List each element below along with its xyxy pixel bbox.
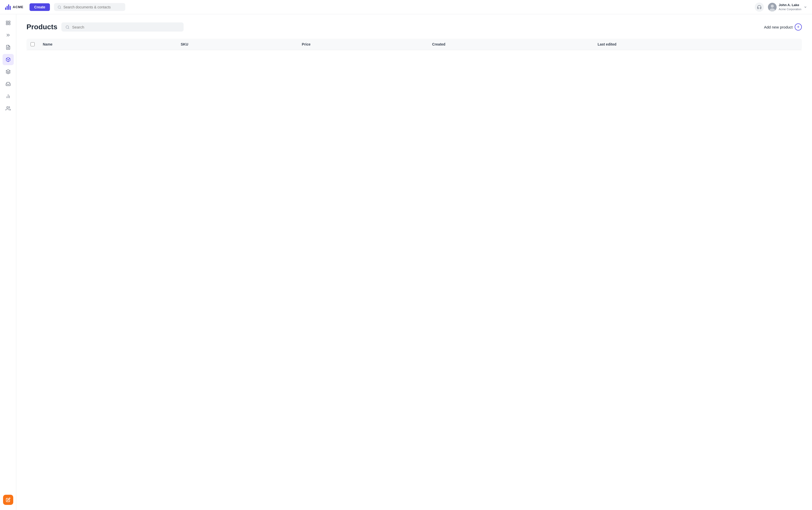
table-header: Name SKU Price Created Last edited xyxy=(27,39,802,50)
search-icon xyxy=(65,25,69,29)
sidebar-item-analytics[interactable] xyxy=(3,91,14,102)
svg-point-3 xyxy=(771,5,774,8)
svg-line-1 xyxy=(60,8,61,9)
sidebar-bottom xyxy=(3,493,13,507)
page-title: Products xyxy=(27,23,57,31)
products-table: Name SKU Price Created Last edited xyxy=(27,39,802,50)
svg-point-16 xyxy=(7,107,8,109)
sidebar-item-products[interactable] xyxy=(3,54,14,65)
search-icon xyxy=(58,5,61,9)
help-button[interactable] xyxy=(755,3,764,12)
global-search-bar[interactable] xyxy=(54,3,125,11)
col-name[interactable]: Name xyxy=(39,39,177,50)
svg-rect-6 xyxy=(8,21,10,23)
fab-button[interactable] xyxy=(3,495,13,505)
user-org: Acme Corporation xyxy=(779,7,801,11)
avatar xyxy=(768,3,777,11)
svg-rect-5 xyxy=(6,21,8,23)
select-all-checkbox[interactable] xyxy=(31,42,35,46)
sidebar-item-layers[interactable] xyxy=(3,66,14,78)
app-body: Products Add new product + xyxy=(0,14,812,510)
table-header-row: Name SKU Price Created Last edited xyxy=(27,39,802,50)
sidebar-item-contacts[interactable] xyxy=(3,103,14,114)
col-checkbox xyxy=(27,39,39,50)
col-created[interactable]: Created xyxy=(428,39,593,50)
main-content: Products Add new product + xyxy=(16,14,812,510)
chevron-down-icon xyxy=(804,5,807,9)
create-button[interactable]: Create xyxy=(30,3,50,11)
sidebar-item-navigation[interactable] xyxy=(3,30,14,41)
svg-rect-8 xyxy=(6,23,8,25)
svg-marker-12 xyxy=(6,70,10,72)
col-sku[interactable]: SKU xyxy=(177,39,298,50)
logo: ACME xyxy=(5,4,23,10)
logo-text: ACME xyxy=(13,5,23,9)
add-new-product-button[interactable]: Add new product + xyxy=(764,23,802,31)
col-price[interactable]: Price xyxy=(298,39,428,50)
col-last-edited[interactable]: Last edited xyxy=(593,39,802,50)
sidebar xyxy=(0,14,16,510)
user-menu[interactable]: John A. Lake Acme Corporation xyxy=(768,3,807,11)
svg-rect-7 xyxy=(8,23,10,25)
page-header: Products Add new product + xyxy=(27,22,802,32)
top-navigation: ACME Create John A. Lake Acme Corporatio… xyxy=(0,0,812,14)
user-name: John A. Lake xyxy=(779,3,801,7)
plus-icon: + xyxy=(795,23,802,31)
user-info: John A. Lake Acme Corporation xyxy=(779,3,801,11)
add-new-label: Add new product xyxy=(764,25,793,29)
global-search-input[interactable] xyxy=(63,5,114,9)
logo-icon xyxy=(5,4,11,10)
sidebar-item-documents[interactable] xyxy=(3,42,14,53)
svg-line-18 xyxy=(68,28,69,29)
product-search-input[interactable] xyxy=(72,25,179,29)
sidebar-item-inbox[interactable] xyxy=(3,79,14,90)
main-search-bar[interactable] xyxy=(61,22,183,32)
sidebar-item-dashboard[interactable] xyxy=(3,17,14,29)
